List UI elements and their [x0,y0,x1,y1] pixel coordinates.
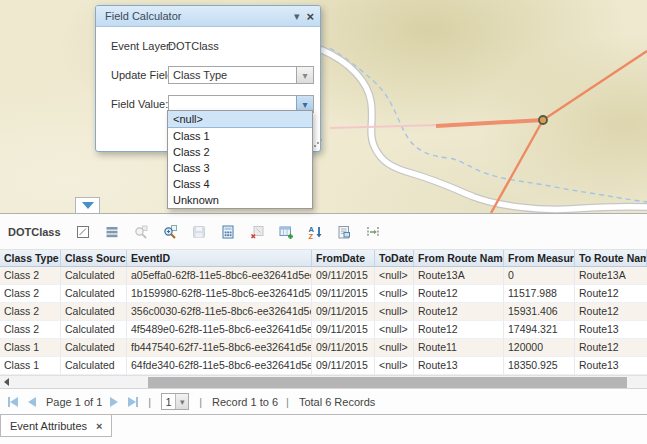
cell: 1b159980-62f8-11e5-8bc6-ee32641d5ec9 [127,285,312,303]
tab-event-attributes[interactable]: Event Attributes × [0,415,112,437]
cell: <null> [375,321,414,339]
cell: Calculated [61,267,127,285]
save-edits-icon[interactable] [191,223,208,240]
route-line-northeast [543,51,647,120]
cell: Class 1 [0,357,61,375]
cell: Calculated [61,285,127,303]
dropdown-option-class2[interactable]: Class 2 [168,144,312,160]
page-select-value: 1 [162,396,175,408]
page-select[interactable]: 1 ▾ [161,393,189,410]
cell: 09/11/2015 [312,321,375,339]
col-header-from-measure[interactable]: From Measure [504,250,575,266]
app-window: Field Calculator ▾ × Event Layer: DOTCla… [0,0,647,444]
cell: Calculated [61,321,127,339]
dropdown-option-class3[interactable]: Class 3 [168,160,312,176]
update-field-caret-icon[interactable]: ▾ [296,67,313,83]
route-line-south [491,120,543,213]
delete-selected-icon[interactable] [249,223,266,240]
cell: <null> [375,357,414,375]
cell: Route13 [575,321,647,339]
horizontal-scrollbar [0,375,647,389]
cell: 09/11/2015 [312,303,375,321]
attribute-set-icon[interactable] [336,223,353,240]
table-collapse-tab[interactable] [75,197,100,213]
first-page-button[interactable] [8,397,18,407]
cell: a05effa0-62f8-11e5-8bc6-ee32641d5ec9 [127,267,312,285]
event-layer-label: Event Layer: [111,40,173,52]
show-selected-records-icon[interactable] [104,223,121,240]
cell: <null> [375,339,414,357]
cell: 17494.321 [504,321,575,339]
event-layer-value: DOTClass [168,40,219,52]
cell: 4f5489e0-62f8-11e5-8bc6-ee32641d5ec9 [127,321,312,339]
cell: Calculated [61,339,127,357]
cell: Route13 [414,357,504,375]
zoom-to-selected-icon[interactable] [133,223,150,240]
collapse-arrow-icon [82,202,94,209]
dropdown-option-unknown[interactable]: Unknown [168,192,312,208]
attribute-grid: Class Type Class Source EventID FromDate… [0,250,647,375]
table-row[interactable]: Class 2 Calculated 356c0030-62f8-11e5-8b… [0,303,647,321]
cell: Class 1 [0,339,61,357]
cell: fb447540-62f7-11e5-8bc6-ee32641d5ec9 [127,339,312,357]
scrollbar-thumb[interactable] [148,377,627,388]
cell: 120000 [504,339,575,357]
cell: Route13 [575,357,647,375]
dialog-close-icon[interactable]: × [306,10,314,23]
tab-close-icon[interactable]: × [96,420,102,432]
prev-page-button[interactable] [28,397,36,407]
update-field-label: Update Field: [111,69,176,81]
table-row[interactable]: Class 2 Calculated 1b159980-62f8-11e5-8b… [0,285,647,303]
cell: Route11 [414,339,504,357]
table-row[interactable]: Class 2 Calculated a05effa0-62f8-11e5-8b… [0,267,647,285]
col-header-from-route[interactable]: From Route Name [414,250,504,266]
attribute-table-panel: DOTClass [0,213,647,444]
cell: 356c0030-62f8-11e5-8bc6-ee32641d5ec9 [127,303,312,321]
cell: Class 2 [0,285,61,303]
table-row[interactable]: Class 2 Calculated 4f5489e0-62f8-11e5-8b… [0,321,647,339]
dropdown-option-class1[interactable]: Class 1 [168,128,312,144]
layer-name-label: DOTClass [8,226,61,238]
table-toolbar: DOTClass [0,214,647,250]
select-records-icon[interactable] [75,223,92,240]
dialog-titlebar[interactable]: Field Calculator ▾ × [96,6,320,27]
cell: Route13A [575,267,647,285]
pagination-bar: Page 1 of 1 | 1 ▾ | Record 1 to 6 | Tota… [0,389,647,414]
col-header-fromdate[interactable]: FromDate [312,250,375,266]
bottom-tab-bar: Event Attributes × [0,414,647,444]
dialog-collapse-icon[interactable]: ▾ [294,11,300,22]
cell: Route12 [414,321,504,339]
next-page-button[interactable] [110,397,118,407]
table-row[interactable]: Class 1 Calculated 64fde340-62f8-11e5-8b… [0,357,647,375]
road-path [322,50,647,209]
cell: Route12 [575,303,647,321]
resize-grip[interactable] [314,145,316,147]
cell: Calculated [61,357,127,375]
field-calculator-icon[interactable] [220,223,237,240]
scroll-left-icon[interactable] [4,378,9,386]
record-range-label: Record 1 to 6 [212,396,278,408]
event-point-marker[interactable] [539,116,547,124]
update-field-combobox[interactable]: Class Type ▾ [168,66,314,84]
dropdown-option-null[interactable]: <null> [168,111,312,128]
cell: <null> [375,303,414,321]
arrange-columns-icon[interactable] [365,223,382,240]
cell: 18350.925 [504,357,575,375]
col-header-class-source[interactable]: Class Source [61,250,127,266]
zoom-to-feature-icon[interactable] [162,223,179,240]
col-header-to-route[interactable]: To Route Name [575,250,647,266]
sort-records-icon[interactable]: A Z [307,223,324,240]
col-header-todate[interactable]: ToDate [375,250,414,266]
dropdown-option-class4[interactable]: Class 4 [168,176,312,192]
page-label: Page 1 of 1 [46,396,102,408]
cell: Route12 [575,339,647,357]
tab-label: Event Attributes [10,420,87,432]
append-events-icon[interactable] [278,223,295,240]
col-header-eventid[interactable]: EventID [127,250,312,266]
col-header-class-type[interactable]: Class Type [0,250,61,266]
cell: Calculated [61,303,127,321]
route-line-selected [436,120,543,126]
field-value-label: Field Value: [111,98,168,110]
table-row[interactable]: Class 1 Calculated fb447540-62f7-11e5-8b… [0,339,647,357]
last-page-button[interactable] [128,397,138,407]
